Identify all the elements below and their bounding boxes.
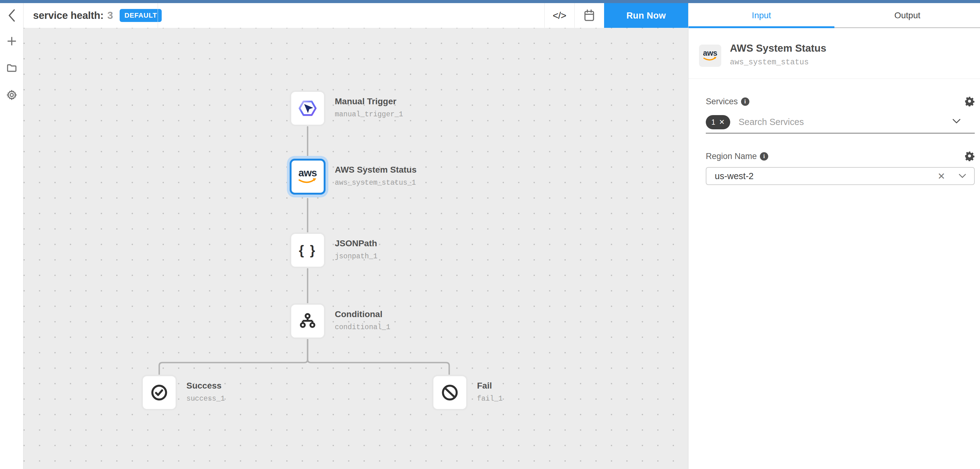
- workflow-editor: service health: 3 DEFAULT </> Run Now: [0, 0, 980, 469]
- node-conditional[interactable]: [290, 303, 326, 339]
- files-button[interactable]: [0, 58, 23, 78]
- ban-icon: [440, 383, 460, 402]
- region-name-input[interactable]: us-west-2 ✕: [706, 167, 975, 185]
- node-success[interactable]: [141, 375, 177, 410]
- services-label-row: Services i: [706, 97, 749, 107]
- services-field-underline: [706, 133, 975, 134]
- aws-smile-swoosh: [297, 167, 318, 186]
- calendar-icon: [583, 9, 595, 22]
- node-title: AWS System Status: [335, 165, 417, 175]
- services-selected-chip[interactable]: 1 ✕: [706, 115, 730, 129]
- top-accent-bar: [0, 0, 980, 3]
- workflow-title-group: service health: 3 DEFAULT: [33, 3, 162, 28]
- tab-output[interactable]: Output: [834, 3, 980, 28]
- plus-icon: [6, 35, 18, 47]
- curly-braces-icon: { }: [299, 243, 316, 258]
- node-label-aws-system-status: AWS System Status aws_system_status_1: [335, 165, 417, 187]
- run-now-label: Run Now: [626, 11, 666, 21]
- aws-logo-icon: aws: [702, 49, 719, 63]
- node-label-manual-trigger: Manual Trigger manual_trigger_1: [335, 97, 403, 118]
- node-id: fail_1: [477, 395, 503, 403]
- node-id: jsonpath_1: [335, 252, 377, 260]
- node-id: conditional_1: [335, 323, 390, 331]
- node-title: JSONPath: [335, 239, 377, 249]
- code-icon: </>: [553, 10, 566, 21]
- panel-header: aws AWS System Status aws_system_status: [689, 28, 980, 79]
- node-id: manual_trigger_1: [335, 110, 403, 118]
- node-title: Manual Trigger: [335, 97, 403, 107]
- node-label-fail: Fail fail_1: [477, 381, 503, 403]
- workflow-canvas[interactable]: Manual Trigger manual_trigger_1 aws AWS …: [24, 28, 688, 469]
- region-dropdown-chevron-icon[interactable]: [951, 173, 974, 179]
- gear-icon: [964, 96, 975, 107]
- region-settings-gear-icon[interactable]: [964, 151, 975, 161]
- back-chevron-icon: [8, 9, 16, 22]
- header: service health: 3 DEFAULT </> Run Now: [0, 3, 688, 28]
- clear-icon[interactable]: ✕: [932, 171, 951, 182]
- node-id: success_1: [186, 395, 225, 403]
- region-name-label: Region Name: [706, 152, 757, 161]
- panel-node-icon: aws: [699, 45, 721, 67]
- node-title: Conditional: [335, 309, 390, 319]
- node-label-conditional: Conditional conditional_1: [335, 309, 390, 331]
- node-manual-trigger[interactable]: [290, 90, 326, 126]
- aws-logo-icon: aws: [297, 167, 318, 186]
- gear-icon: [964, 151, 975, 161]
- aws-smile-swoosh: [702, 49, 719, 63]
- chip-count: 1: [711, 118, 715, 126]
- default-badge: DEFAULT: [119, 9, 161, 22]
- manual-trigger-icon: [298, 98, 318, 118]
- tab-input-label: Input: [752, 11, 771, 21]
- panel-tabs: Input Output: [689, 3, 980, 28]
- add-step-button[interactable]: [0, 31, 23, 51]
- workflow-settings-button[interactable]: [0, 85, 23, 105]
- inspector-panel: Input Output aws AWS System Status aws_s…: [688, 3, 980, 469]
- node-jsonpath[interactable]: { }: [290, 232, 326, 268]
- panel-node-title: AWS System Status: [730, 42, 826, 54]
- node-fail[interactable]: [432, 375, 468, 410]
- node-id: aws_system_status_1: [335, 179, 417, 187]
- services-search-input[interactable]: Search Services: [738, 117, 804, 127]
- left-toolbar: [0, 28, 23, 469]
- services-settings-gear-icon[interactable]: [964, 96, 975, 107]
- info-icon[interactable]: i: [741, 97, 749, 106]
- tab-output-label: Output: [894, 11, 920, 21]
- schedule-button[interactable]: [574, 3, 604, 28]
- tab-input[interactable]: Input: [689, 3, 834, 28]
- chip-remove-icon[interactable]: ✕: [719, 118, 725, 126]
- back-button[interactable]: [0, 3, 23, 28]
- branch-tree-icon: [298, 311, 317, 331]
- region-name-value: us-west-2: [715, 171, 932, 181]
- node-title: Success: [186, 381, 225, 391]
- header-divider: [158, 3, 158, 28]
- region-label-row: Region Name i: [706, 152, 768, 161]
- panel-node-id: aws_system_status: [730, 58, 809, 67]
- run-now-button[interactable]: Run Now: [604, 3, 688, 28]
- node-label-jsonpath: JSONPath jsonpath_1: [335, 239, 377, 260]
- node-aws-system-status[interactable]: aws: [290, 159, 326, 195]
- node-title: Fail: [477, 381, 503, 391]
- services-label: Services: [706, 97, 738, 107]
- info-icon[interactable]: i: [760, 152, 768, 161]
- workflow-title: service health:: [33, 10, 103, 21]
- services-dropdown-chevron-icon[interactable]: [952, 118, 961, 124]
- folder-icon: [6, 62, 18, 73]
- settings-gear-icon: [6, 89, 18, 101]
- code-view-button[interactable]: </>: [544, 3, 574, 28]
- check-circle-icon: [150, 383, 169, 402]
- workflow-version: 3: [107, 10, 113, 21]
- node-label-success: Success success_1: [186, 381, 225, 403]
